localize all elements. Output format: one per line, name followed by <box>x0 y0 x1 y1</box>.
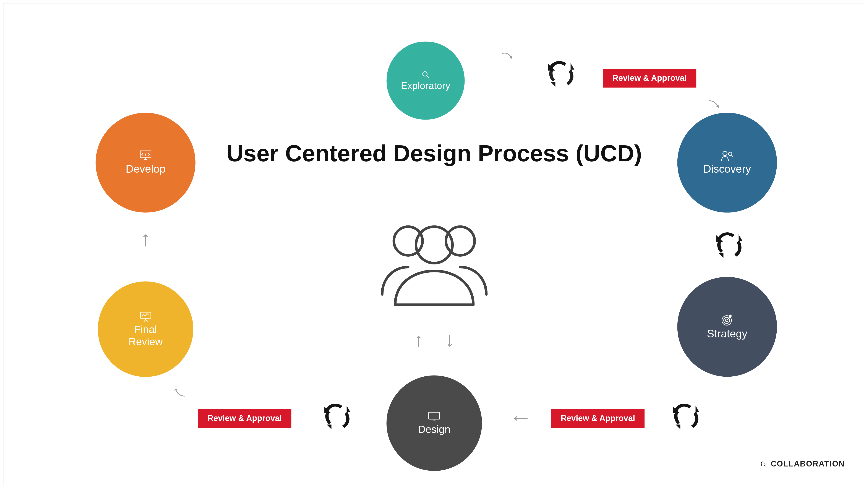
node-strategy: Strategy <box>677 277 777 376</box>
chart-easel-icon <box>139 311 152 323</box>
badge-label: Review & Approval <box>208 414 282 423</box>
arrow-up-icon <box>415 335 422 348</box>
node-design: Design <box>386 375 482 471</box>
badge-label: Review & Approval <box>561 414 635 423</box>
node-label: Exploratory <box>401 80 450 91</box>
legend: COLLABORATION <box>753 455 852 473</box>
diagram-canvas: User Centered Design Process (UCD) <box>3 3 865 486</box>
user-magnifier-icon <box>721 150 734 162</box>
arrow-down-icon <box>446 335 453 348</box>
svg-rect-9 <box>429 412 440 419</box>
monitor-icon <box>428 411 440 422</box>
node-develop: Develop <box>96 113 195 213</box>
legend-label: COLLABORATION <box>771 459 845 468</box>
review-badge: Review & Approval <box>603 69 696 88</box>
node-label: Strategy <box>707 328 747 340</box>
node-label: Discovery <box>704 163 751 176</box>
node-exploratory: Exploratory <box>386 41 465 120</box>
node-label: Develop <box>126 163 165 176</box>
recycle-icon <box>669 401 699 431</box>
recycle-icon <box>544 58 574 89</box>
diagram-title: User Centered Design Process (UCD) <box>226 140 642 166</box>
curve-arrow-icon <box>174 387 186 397</box>
code-monitor-icon <box>139 150 152 162</box>
arrow-up-icon <box>143 233 149 247</box>
recycle-icon <box>320 401 350 431</box>
curve-arrow-icon <box>708 100 720 110</box>
people-icon <box>369 216 499 312</box>
svg-point-4 <box>723 151 727 156</box>
review-badge: Review & Approval <box>551 409 645 428</box>
svg-point-5 <box>728 152 732 156</box>
slide-frame: User Centered Design Process (UCD) <box>0 0 868 489</box>
badge-label: Review & Approval <box>613 73 687 83</box>
curve-arrow-icon <box>501 52 514 61</box>
node-discovery: Discovery <box>677 113 777 213</box>
target-icon <box>721 313 734 327</box>
arrow-left-icon <box>513 416 528 421</box>
node-final-review: Final Review <box>98 281 193 377</box>
node-label: Final Review <box>129 324 163 347</box>
recycle-icon <box>760 461 766 467</box>
svg-point-3 <box>423 72 427 76</box>
review-badge: Review & Approval <box>198 409 291 428</box>
node-label: Design <box>418 423 451 435</box>
magnifier-icon <box>421 70 430 79</box>
recycle-icon <box>712 230 742 260</box>
